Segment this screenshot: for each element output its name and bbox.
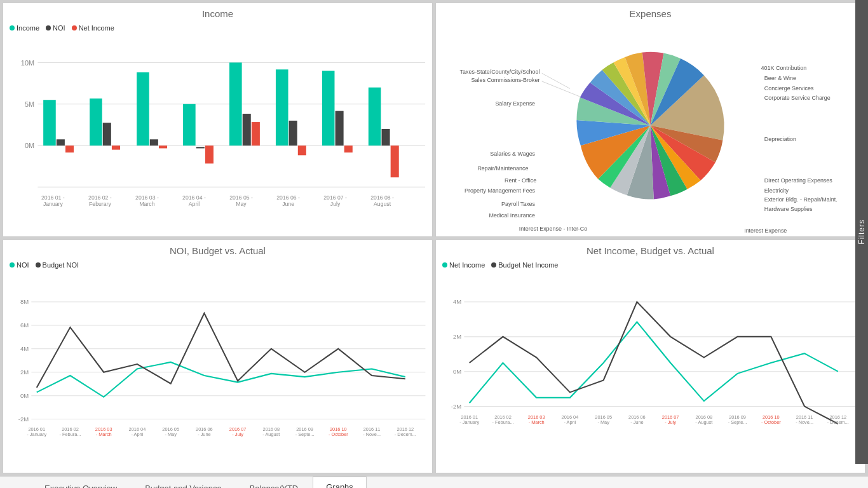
filters-sidebar[interactable]: Filters (855, 0, 868, 464)
netincome-budget-legend: Net Income Budget Net Income (436, 259, 865, 271)
svg-text:August: August (374, 201, 391, 207)
svg-text:Concierge Services: Concierge Services (764, 85, 814, 92)
svg-rect-29 (382, 129, 390, 146)
svg-text:2016 02 -: 2016 02 - (88, 194, 112, 201)
svg-text:-2M: -2M (451, 402, 461, 409)
svg-text:April: April (189, 201, 200, 207)
svg-text:Property Management Fees: Property Management Fees (465, 187, 535, 194)
svg-text:Payroll Taxes: Payroll Taxes (501, 201, 536, 207)
expenses-pie-chart: Taxes-State/County/City/School Sales Com… (436, 22, 865, 236)
svg-text:- April: - April (132, 431, 144, 437)
svg-text:2M: 2M (453, 333, 461, 340)
svg-text:- January: - January (27, 431, 46, 437)
svg-text:- Septe...: - Septe... (728, 419, 747, 424)
noi-budget-legend: NOI Budget NOI (3, 259, 432, 271)
svg-line-48 (542, 73, 570, 88)
svg-text:Taxes-State/County/City/School: Taxes-State/County/City/School (460, 69, 540, 75)
svg-text:- April: - April (564, 419, 576, 424)
svg-text:5M: 5M (25, 100, 34, 108)
svg-text:- Febura...: - Febura... (492, 419, 513, 424)
tab-budget-variance[interactable]: Budget and Variance (132, 478, 234, 488)
svg-text:- March: - March (96, 431, 112, 437)
svg-text:Interest Expense: Interest Expense (744, 227, 787, 234)
svg-rect-16 (183, 104, 196, 146)
svg-text:Rent - Office: Rent - Office (505, 177, 536, 184)
svg-text:2016 05 -: 2016 05 - (229, 194, 253, 201)
svg-text:- October: - October (329, 431, 348, 437)
svg-text:- July: - July (232, 431, 243, 437)
svg-text:2016 04 -: 2016 04 - (182, 194, 206, 201)
svg-text:Direct Operating Expenses: Direct Operating Expenses (764, 177, 833, 184)
svg-rect-11 (103, 123, 111, 146)
svg-text:0M: 0M (453, 367, 461, 374)
svg-text:- January: - January (459, 419, 479, 424)
tab-bar: ◀ ▶ Executive Overview Budget and Varian… (0, 476, 868, 488)
svg-text:- August: - August (695, 419, 712, 424)
svg-text:2016 01 -: 2016 01 - (41, 194, 65, 201)
svg-rect-22 (276, 69, 288, 146)
noi-budget-chart-panel: NOI, Budget vs. Actual NOI Budget NOI 8M (3, 240, 433, 474)
noi-budget-line-chart: 8M 6M 4M 2M 0M -2M (3, 271, 432, 473)
tab-balance-ytd[interactable]: Balance/YTD (236, 478, 312, 488)
svg-text:- Febura...: - Febura... (59, 431, 81, 437)
svg-text:- June: - June (630, 419, 644, 424)
svg-text:Beer & Wine: Beer & Wine (764, 75, 796, 81)
svg-text:Hardware Supplies: Hardware Supplies (764, 206, 813, 212)
svg-text:4M: 4M (453, 298, 461, 305)
tab-executive-overview[interactable]: Executive Overview (31, 478, 130, 488)
svg-text:401K Contribution: 401K Contribution (761, 65, 807, 71)
svg-text:- Decem...: - Decem... (395, 431, 416, 437)
svg-rect-13 (137, 72, 149, 146)
svg-text:2016 03 -: 2016 03 - (135, 194, 159, 201)
svg-rect-26 (336, 111, 344, 146)
svg-text:- August: - August (262, 431, 280, 437)
svg-text:2M: 2M (20, 368, 29, 375)
netincome-legend-net: Net Income (442, 261, 485, 269)
svg-rect-10 (90, 98, 102, 146)
svg-text:Corporate Service Charge: Corporate Service Charge (764, 95, 831, 101)
svg-rect-15 (159, 146, 167, 148)
svg-text:10M: 10M (21, 59, 34, 67)
svg-rect-21 (252, 122, 260, 146)
svg-text:July: July (330, 201, 341, 207)
svg-rect-30 (391, 146, 399, 177)
svg-text:2016 07 -: 2016 07 - (323, 194, 347, 201)
svg-rect-14 (150, 139, 158, 146)
svg-text:- Septe...: - Septe... (295, 431, 315, 437)
netincome-budget-chart-panel: Net Income, Budget vs. Actual Net Income… (435, 240, 865, 474)
svg-rect-18 (205, 146, 214, 163)
income-title: Income (3, 3, 432, 22)
svg-text:- May: - May (165, 431, 177, 437)
svg-text:Medical Insurance: Medical Insurance (489, 212, 535, 219)
svg-rect-8 (57, 139, 65, 146)
svg-text:May: May (236, 201, 247, 207)
svg-text:2016 06 -: 2016 06 - (276, 194, 300, 201)
svg-rect-28 (369, 88, 381, 146)
svg-text:Depreciation: Depreciation (764, 136, 796, 142)
svg-text:-2M: -2M (18, 415, 29, 422)
svg-text:- Nove...: - Nove... (796, 419, 813, 424)
income-legend-income: Income (10, 24, 39, 32)
noi-legend-noi: NOI (10, 261, 29, 269)
svg-text:Sales Commissions-Broker: Sales Commissions-Broker (471, 77, 540, 83)
svg-rect-27 (344, 146, 353, 152)
svg-rect-24 (298, 146, 306, 155)
svg-text:2016 08 -: 2016 08 - (370, 194, 394, 201)
svg-text:- March: - March (529, 419, 545, 424)
noi-budget-title: NOI, Budget vs. Actual (3, 240, 432, 259)
svg-text:- Decem...: - Decem... (827, 419, 849, 424)
noi-legend-budget: Budget NOI (36, 261, 79, 269)
tab-graphs[interactable]: Graphs (313, 477, 367, 488)
svg-rect-20 (243, 114, 251, 146)
svg-rect-9 (65, 146, 74, 152)
main-container: Income Income NOI Net Income 10M 5M (0, 0, 868, 488)
income-legend-net: Net Income (72, 24, 114, 32)
svg-text:0M: 0M (20, 391, 29, 398)
income-bar-chart: 10M 5M 0M (3, 34, 432, 236)
filters-label: Filters (857, 219, 866, 245)
svg-text:- July: - July (665, 419, 676, 424)
netincome-budget-title: Net Income, Budget vs. Actual (436, 240, 865, 259)
income-legend-noi: NOI (46, 24, 65, 32)
svg-text:- October: - October (761, 419, 781, 424)
svg-text:Electricity: Electricity (764, 187, 789, 194)
